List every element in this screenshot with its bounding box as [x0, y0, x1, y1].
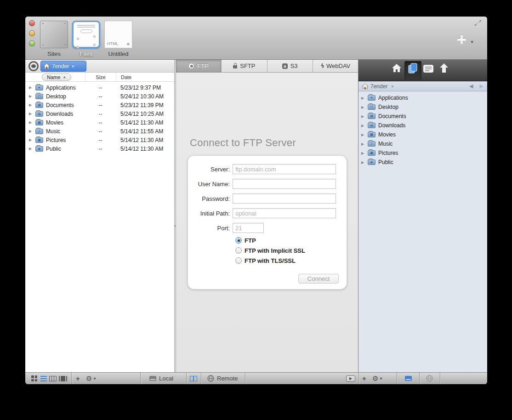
- remote-file-browser: 7ender ▾ ◀ ▶ ▶✦Applications ▶▢Desktop ▶▤…: [358, 60, 487, 372]
- list-view-button[interactable]: [40, 373, 47, 384]
- log-icon[interactable]: [423, 64, 434, 73]
- remote-row-applications[interactable]: ▶✦Applications: [358, 93, 487, 102]
- add-tab-button[interactable]: +: [457, 31, 466, 48]
- eye-button[interactable]: [28, 61, 39, 71]
- disclosure-icon[interactable]: ▶: [29, 120, 35, 125]
- password-input[interactable]: [233, 193, 336, 204]
- column-header-date[interactable]: Date: [116, 73, 174, 81]
- location-chevron-icon: ▾: [72, 64, 74, 68]
- port-input[interactable]: [233, 223, 264, 233]
- tab-untitled-thumbnail[interactable]: HTML: [104, 21, 132, 48]
- disclosure-icon[interactable]: ▶: [29, 85, 35, 90]
- file-row-public[interactable]: ▶◈Public -- 5/14/12 11:30 AM: [25, 144, 174, 153]
- file-name: Music: [46, 128, 60, 135]
- radio-ftp-tls-ssl[interactable]: [235, 257, 242, 264]
- disclosure-icon[interactable]: ▶: [361, 96, 368, 100]
- downloads-folder-icon: ◍: [35, 111, 43, 117]
- home-icon[interactable]: [392, 63, 402, 73]
- radio-ftp-label[interactable]: FTP: [245, 237, 256, 244]
- remote-add-button[interactable]: +: [362, 373, 366, 384]
- public-folder-icon: ◈: [368, 159, 375, 165]
- tab-sftp[interactable]: SFTP: [222, 60, 267, 72]
- close-button[interactable]: [29, 20, 35, 26]
- disclosure-icon[interactable]: ▶: [361, 105, 368, 109]
- back-button[interactable]: ◀: [469, 83, 473, 89]
- pictures-folder-icon: ▣: [368, 150, 375, 156]
- minimize-button[interactable]: [29, 30, 35, 36]
- disclosure-icon[interactable]: ▶: [29, 147, 35, 151]
- tab-ftp[interactable]: FTP: [176, 60, 222, 72]
- radio-ftp-implicit-ssl-label[interactable]: FTP with Implicit SSL: [245, 247, 305, 254]
- separator: [201, 373, 201, 384]
- disclosure-icon[interactable]: ▶: [361, 151, 368, 155]
- remote-row-movies[interactable]: ▶▦Movies: [358, 130, 487, 139]
- file-row-desktop[interactable]: ▶▢Desktop -- 5/24/12 10:30 AM: [25, 92, 174, 101]
- disclosure-icon[interactable]: ▶: [29, 103, 35, 107]
- remote-globe-source-button[interactable]: [426, 373, 433, 384]
- file-row-music[interactable]: ▶♪Music -- 5/14/12 11:55 AM: [25, 127, 174, 136]
- disclosure-icon[interactable]: ▶: [29, 129, 35, 133]
- column-view-button[interactable]: [49, 373, 57, 384]
- disclosure-icon[interactable]: ▶: [361, 114, 368, 119]
- connect-button[interactable]: Connect: [298, 274, 339, 284]
- file-row-documents[interactable]: ▶▤Documents -- 5/23/12 11:39 PM: [25, 101, 174, 109]
- disclosure-icon[interactable]: ▶: [361, 133, 368, 137]
- thumbnail-detail: [77, 46, 79, 48]
- remote-file-list: ▶✦Applications ▶▢Desktop ▶▤Documents ▶◍D…: [358, 91, 487, 167]
- username-input[interactable]: [233, 179, 336, 189]
- local-pane-button[interactable]: Local: [149, 373, 173, 384]
- tab-sites-label[interactable]: Sites: [40, 51, 68, 57]
- remote-action-menu-button[interactable]: ⚙ ▾: [372, 373, 382, 384]
- disclosure-icon[interactable]: ▶: [29, 94, 35, 98]
- file-row-applications[interactable]: ▶✦Applications -- 5/23/12 9:37 PM: [25, 83, 174, 92]
- disclosure-icon[interactable]: ▶: [361, 160, 368, 165]
- tab-sites-thumbnail[interactable]: [40, 21, 68, 48]
- radio-ftp[interactable]: [235, 237, 242, 244]
- disclosure-icon[interactable]: ▶: [361, 142, 368, 146]
- location-chevron-icon: ▾: [391, 84, 393, 89]
- local-location-breadcrumb[interactable]: 7ender ▾: [40, 61, 86, 72]
- file-name: Documents: [378, 113, 406, 119]
- remote-row-documents[interactable]: ▶▤Documents: [358, 112, 487, 121]
- tab-webdav[interactable]: ϟ WebDAV: [313, 60, 358, 72]
- server-input[interactable]: [233, 164, 336, 174]
- column-header-name[interactable]: Name ▲: [25, 74, 85, 81]
- add-tab-chevron-icon[interactable]: ▾: [471, 39, 473, 45]
- transfers-button[interactable]: ▶: [346, 373, 355, 384]
- upload-icon[interactable]: [439, 63, 449, 73]
- forward-button[interactable]: ▶: [480, 83, 484, 89]
- coverflow-view-button[interactable]: [59, 373, 67, 384]
- file-row-pictures[interactable]: ▶▣Pictures -- 5/14/12 11:30 AM: [25, 136, 174, 144]
- tab-untitled-label[interactable]: Untitled: [104, 51, 132, 57]
- disclosure-icon[interactable]: ▶: [361, 124, 368, 128]
- remote-row-pictures[interactable]: ▶▣Pictures: [358, 148, 487, 158]
- remote-row-downloads[interactable]: ▶◍Downloads: [358, 121, 487, 130]
- files-icon[interactable]: [407, 63, 418, 74]
- new-folder-button[interactable]: +: [76, 373, 80, 384]
- split-view-toggle[interactable]: [190, 373, 197, 384]
- remote-location-breadcrumb[interactable]: 7ender ▾ ◀ ▶: [358, 81, 487, 91]
- file-row-movies[interactable]: ▶▦Movies -- 5/14/12 11:30 AM: [25, 118, 174, 127]
- disclosure-icon[interactable]: ▶: [29, 138, 35, 142]
- file-row-downloads[interactable]: ▶◍Downloads -- 5/24/12 10:25 AM: [25, 109, 174, 118]
- tab-files-thumbnail[interactable]: [72, 21, 100, 48]
- local-path-bar: 7ender ▾: [25, 60, 174, 73]
- remote-row-music[interactable]: ▶♪Music: [358, 139, 487, 148]
- column-header-size[interactable]: Size: [85, 73, 116, 81]
- disclosure-icon[interactable]: ▶: [29, 112, 35, 116]
- tab-s3[interactable]: a S3: [267, 60, 313, 72]
- initial-path-input[interactable]: [233, 208, 336, 218]
- remote-pane-button[interactable]: Remote: [207, 373, 238, 384]
- remote-row-desktop[interactable]: ▶▢Desktop: [358, 102, 487, 112]
- remote-row-public[interactable]: ▶◈Public: [358, 158, 487, 167]
- thumbnail-detail: [93, 44, 96, 46]
- radio-ftp-tls-ssl-label[interactable]: FTP with TLS/SSL: [245, 257, 296, 264]
- local-action-menu-button[interactable]: ⚙ ▾: [86, 373, 96, 384]
- remote-local-source-button[interactable]: [405, 373, 412, 384]
- tab-files-label[interactable]: Files: [72, 51, 100, 57]
- remote-label: Remote: [217, 375, 238, 382]
- radio-ftp-implicit-ssl[interactable]: [235, 247, 242, 254]
- fullscreen-button[interactable]: ↗ ↙: [474, 19, 482, 27]
- icon-view-button[interactable]: [31, 373, 37, 384]
- zoom-button[interactable]: [29, 40, 35, 46]
